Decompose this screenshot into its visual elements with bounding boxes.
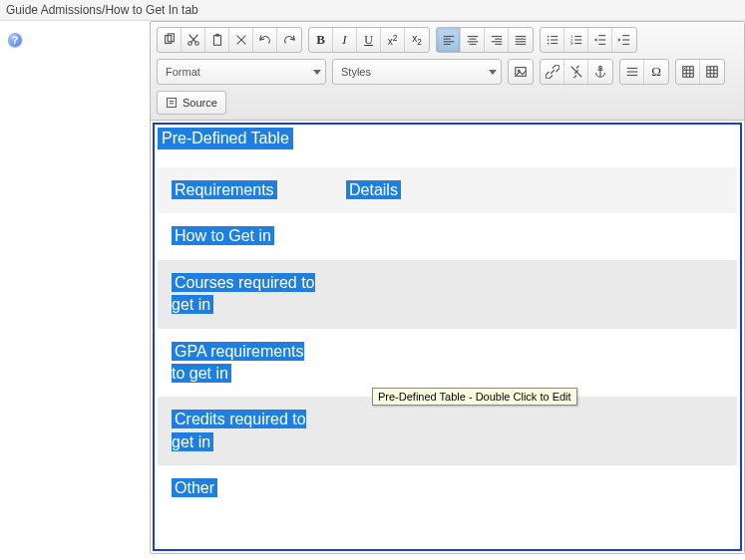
svg-point-47 xyxy=(599,66,602,69)
svg-text:3: 3 xyxy=(569,41,572,46)
bulleted-list-button[interactable] xyxy=(541,28,564,52)
underline-button[interactable]: U xyxy=(357,28,381,52)
widget-tooltip: Pre-Defined Table - Double Click to Edit xyxy=(372,388,577,406)
bold-button[interactable]: B xyxy=(309,28,333,52)
table-row: Other xyxy=(158,465,737,511)
toolbar-group-lists: 123 xyxy=(540,27,637,53)
toolbar-group-clipboard xyxy=(157,27,302,53)
toolbar-group-links xyxy=(540,59,613,85)
outdent-button[interactable] xyxy=(588,28,612,52)
styles-label: Styles xyxy=(341,66,483,78)
format-dropdown[interactable]: Format xyxy=(157,59,326,85)
rich-text-editor: B I U x2 x2 xyxy=(150,21,745,554)
editor-content[interactable]: Pre-Defined Table Requirements Details H… xyxy=(151,121,744,553)
predefined-table-button[interactable] xyxy=(676,60,700,84)
svg-rect-7 xyxy=(215,34,219,37)
remove-format-button[interactable] xyxy=(229,28,253,52)
indent-button[interactable] xyxy=(612,28,636,52)
link-button[interactable] xyxy=(541,60,564,84)
toolbar-group-table xyxy=(675,59,725,85)
svg-rect-64 xyxy=(168,99,177,108)
widget-title: Pre-Defined Table xyxy=(158,128,293,149)
redo-button[interactable] xyxy=(277,28,301,52)
subscript-button[interactable]: x2 xyxy=(405,28,429,52)
editor-toolbar: B I U x2 x2 xyxy=(151,22,744,121)
cell-requirement: GPA requirements to get in xyxy=(172,342,304,383)
svg-point-58 xyxy=(683,68,684,69)
table-row: How to Get in xyxy=(158,213,737,259)
copy-button[interactable] xyxy=(158,28,182,52)
page-title-bar: Guide Admissions/How to Get In tab xyxy=(0,0,745,21)
undo-button[interactable] xyxy=(253,28,277,52)
svg-rect-59 xyxy=(707,67,718,78)
help-icon[interactable]: ? xyxy=(8,33,22,47)
align-right-button[interactable] xyxy=(485,28,509,52)
header-details: Details xyxy=(346,180,401,199)
toolbar-group-textstyle: B I U x2 x2 xyxy=(308,27,430,53)
table-header-row: Requirements Details xyxy=(158,167,737,213)
predefined-table: Requirements Details How to Get in Cours… xyxy=(158,167,737,512)
table-row: Courses required to get in xyxy=(158,260,737,329)
italic-button[interactable]: I xyxy=(333,28,357,52)
source-label: Source xyxy=(183,97,217,109)
align-center-button[interactable] xyxy=(461,28,485,52)
toolbar-group-insert: Ω xyxy=(619,59,669,85)
numbered-list-button[interactable]: 123 xyxy=(564,28,588,52)
chevron-down-icon xyxy=(489,70,497,75)
toolbar-group-media xyxy=(508,59,534,85)
svg-rect-6 xyxy=(213,36,220,46)
header-requirements: Requirements xyxy=(172,180,277,199)
page-title: Guide Admissions/How to Get In tab xyxy=(6,3,198,17)
svg-point-27 xyxy=(547,39,549,41)
align-left-button[interactable] xyxy=(437,28,461,52)
anchor-button[interactable] xyxy=(588,60,612,84)
svg-point-28 xyxy=(547,43,549,45)
selected-widget-frame[interactable]: Pre-Defined Table Requirements Details H… xyxy=(153,123,742,551)
align-justify-button[interactable] xyxy=(509,28,533,52)
chevron-down-icon xyxy=(313,70,321,75)
unlink-button[interactable] xyxy=(564,60,588,84)
styles-dropdown[interactable]: Styles xyxy=(332,59,502,85)
horizontal-rule-button[interactable] xyxy=(620,60,644,84)
left-gutter: ? xyxy=(0,21,150,554)
cell-requirement: Other xyxy=(172,478,217,497)
source-button[interactable]: Source xyxy=(157,91,226,115)
table-button[interactable] xyxy=(700,60,724,84)
cut-button[interactable] xyxy=(182,28,205,52)
toolbar-group-align xyxy=(436,27,534,53)
superscript-button[interactable]: x2 xyxy=(381,28,405,52)
special-char-button[interactable]: Ω xyxy=(644,60,668,84)
paste-button[interactable] xyxy=(205,28,229,52)
cell-requirement: Courses required to get in xyxy=(172,273,315,314)
svg-point-26 xyxy=(547,36,549,38)
format-label: Format xyxy=(166,66,307,78)
cell-requirement: Credits required to get in xyxy=(172,410,306,450)
table-row: Credits required to get in xyxy=(158,397,737,465)
image-button[interactable] xyxy=(509,60,533,84)
cell-requirement: How to Get in xyxy=(172,226,274,245)
